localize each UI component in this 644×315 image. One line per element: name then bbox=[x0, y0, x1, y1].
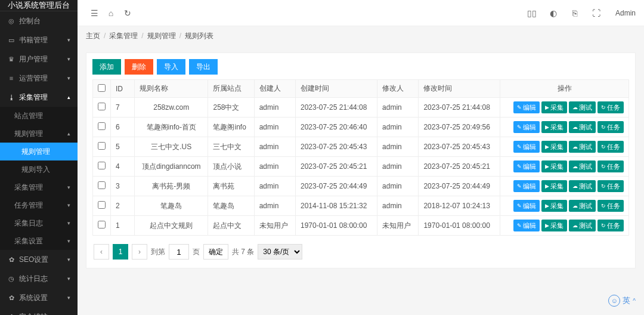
pager-page-input[interactable] bbox=[169, 244, 189, 260]
edit-button[interactable]: ✎编辑 bbox=[513, 141, 540, 153]
pager-page-1[interactable]: 1 bbox=[113, 244, 128, 260]
ime-float[interactable]: ☺ 英 ^ bbox=[608, 295, 636, 307]
pager-go-button[interactable]: 确定 bbox=[203, 244, 228, 260]
task-button[interactable]: ↻任务 bbox=[597, 160, 624, 172]
test-button[interactable]: ☁测试 bbox=[569, 141, 596, 153]
sidebar-item-label: 运营管理 bbox=[19, 73, 48, 84]
row-checkbox[interactable] bbox=[98, 162, 106, 169]
add-button[interactable]: 添加 bbox=[92, 59, 121, 75]
refresh-icon[interactable]: ↻ bbox=[119, 5, 136, 21]
edit-button[interactable]: ✎编辑 bbox=[513, 180, 540, 192]
cell-creator: admin bbox=[254, 98, 295, 118]
theme-icon[interactable]: ◐ bbox=[545, 5, 562, 21]
sidebar-sub2-规则管理[interactable]: 规则管理 bbox=[0, 143, 78, 160]
sidebar-sub-规则管理[interactable]: 规则管理▴ bbox=[0, 125, 78, 143]
row-checkbox[interactable] bbox=[98, 181, 106, 189]
select-all-checkbox[interactable] bbox=[98, 84, 106, 92]
sidebar-item-label: 安全维护 bbox=[19, 312, 48, 316]
fullscreen-icon[interactable]: ⛶ bbox=[588, 5, 605, 21]
test-button[interactable]: ☁测试 bbox=[569, 160, 596, 172]
edit-button[interactable]: ✎编辑 bbox=[513, 220, 540, 231]
cell-name: 离书苑-男频 bbox=[135, 177, 208, 196]
task-button[interactable]: ↻任务 bbox=[597, 121, 624, 133]
sidebar-item-控制台[interactable]: ◎控制台 bbox=[0, 11, 78, 30]
sidebar-sub-站点管理[interactable]: 站点管理 bbox=[0, 107, 78, 125]
edit-button[interactable]: ✎编辑 bbox=[513, 200, 540, 212]
collect-button[interactable]: ▶采集 bbox=[541, 200, 567, 212]
cell-created: 1970-01-01 08:00:00 bbox=[296, 216, 377, 236]
task-button[interactable]: ↻任务 bbox=[597, 180, 624, 192]
export-button[interactable]: 导出 bbox=[189, 59, 218, 75]
user-menu[interactable]: Admin bbox=[615, 9, 636, 17]
sidebar-sub-label: 规则管理 bbox=[21, 147, 50, 157]
sidebar-sub-采集管理[interactable]: 采集管理▾ bbox=[0, 178, 78, 196]
cell-name: 258zw.com bbox=[135, 98, 208, 118]
cloud-icon: ☁ bbox=[572, 163, 578, 169]
sidebar-item-SEO设置[interactable]: ✿SEO设置▾ bbox=[0, 250, 78, 269]
note-icon[interactable]: ⎘ bbox=[566, 5, 583, 21]
chevron-icon: ▾ bbox=[67, 75, 70, 81]
import-button[interactable]: 导入 bbox=[157, 59, 185, 75]
panel: 添加 删除 导入 导出 ID规则名称所属站点创建人创建时间修改人修改时间操作 7… bbox=[86, 52, 636, 268]
sidebar-item-运营管理[interactable]: ≡运营管理▾ bbox=[0, 69, 78, 88]
cell-ops: ✎编辑 ▶采集 ☁测试 ↻任务 bbox=[500, 98, 629, 118]
chevron-icon: ▴ bbox=[67, 94, 70, 100]
edit-button[interactable]: ✎编辑 bbox=[513, 121, 540, 133]
collect-button[interactable]: ▶采集 bbox=[541, 101, 567, 113]
delete-button[interactable]: 删除 bbox=[125, 59, 153, 75]
sidebar-sub-任务管理[interactable]: 任务管理▾ bbox=[0, 196, 78, 214]
task-button[interactable]: ↻任务 bbox=[597, 101, 624, 113]
row-checkbox[interactable] bbox=[98, 221, 106, 228]
breadcrumb-item[interactable]: 规则管理 bbox=[147, 31, 176, 41]
cell-created: 2023-07-25 21:44:08 bbox=[296, 98, 377, 118]
test-button[interactable]: ☁测试 bbox=[569, 180, 596, 192]
sidebar-sub2-规则导入[interactable]: 规则导入 bbox=[0, 160, 78, 178]
task-button[interactable]: ↻任务 bbox=[597, 141, 624, 153]
breadcrumb-item: 规则列表 bbox=[185, 31, 213, 41]
collect-button[interactable]: ▶采集 bbox=[541, 141, 567, 153]
row-checkbox[interactable] bbox=[98, 201, 106, 209]
task-button[interactable]: ↻任务 bbox=[597, 220, 624, 231]
sidebar-sub-采集设置[interactable]: 采集设置▾ bbox=[0, 232, 78, 250]
cell-creator: admin bbox=[254, 177, 295, 196]
rules-table: ID规则名称所属站点创建人创建时间修改人修改时间操作 7 258zw.com 2… bbox=[92, 79, 629, 236]
row-checkbox[interactable] bbox=[98, 142, 106, 150]
table-header: ID bbox=[111, 80, 135, 98]
row-checkbox[interactable] bbox=[98, 103, 106, 110]
cell-modified: 2023-07-25 21:44:08 bbox=[419, 98, 500, 118]
collect-button[interactable]: ▶采集 bbox=[541, 180, 567, 192]
breadcrumb-item[interactable]: 采集管理 bbox=[109, 31, 138, 41]
sidebar-item-采集管理[interactable]: ⭳采集管理▴ bbox=[0, 88, 78, 107]
cell-site: 顶点小说 bbox=[208, 157, 254, 177]
table-header: 规则名称 bbox=[135, 80, 208, 98]
sidebar-item-统计日志[interactable]: ◷统计日志▾ bbox=[0, 269, 78, 288]
sidebar-sub-采集日志[interactable]: 采集日志▾ bbox=[0, 214, 78, 232]
row-checkbox[interactable] bbox=[98, 122, 106, 130]
collect-button[interactable]: ▶采集 bbox=[541, 220, 567, 231]
sidebar-item-label: 书籍管理 bbox=[19, 35, 48, 45]
test-button[interactable]: ☁测试 bbox=[569, 220, 596, 231]
sidebar-item-安全维护[interactable]: ✣安全维护▾ bbox=[0, 307, 78, 315]
cell-ops: ✎编辑 ▶采集 ☁测试 ↻任务 bbox=[500, 137, 629, 157]
edit-button[interactable]: ✎编辑 bbox=[513, 101, 540, 113]
menu-toggle-icon[interactable]: ☰ bbox=[86, 5, 103, 21]
task-button[interactable]: ↻任务 bbox=[597, 200, 624, 212]
collect-button[interactable]: ▶采集 bbox=[541, 121, 567, 133]
test-button[interactable]: ☁测试 bbox=[569, 200, 596, 212]
sidebar-item-用户管理[interactable]: ♛用户管理▾ bbox=[0, 50, 78, 69]
sidebar-item-系统设置[interactable]: ✿系统设置▾ bbox=[0, 288, 78, 307]
cell-id: 2 bbox=[111, 196, 135, 216]
pager-next[interactable]: › bbox=[132, 244, 147, 260]
home-icon[interactable]: ⌂ bbox=[103, 5, 119, 21]
pager-per-page-select[interactable]: 30 条/页 bbox=[258, 244, 302, 260]
test-button[interactable]: ☁测试 bbox=[569, 121, 596, 133]
breadcrumb: 主页/采集管理/规则管理/规则列表 bbox=[78, 26, 644, 45]
pager-prev[interactable]: ‹ bbox=[94, 244, 109, 260]
notebook-icon[interactable]: ▯▯ bbox=[524, 5, 540, 21]
sidebar-item-书籍管理[interactable]: ▭书籍管理▾ bbox=[0, 30, 78, 50]
edit-button[interactable]: ✎编辑 bbox=[513, 160, 540, 172]
breadcrumb-item[interactable]: 主页 bbox=[86, 31, 100, 41]
test-button[interactable]: ☁测试 bbox=[569, 101, 596, 113]
collect-button[interactable]: ▶采集 bbox=[541, 160, 567, 172]
play-icon: ▶ bbox=[545, 223, 549, 228]
